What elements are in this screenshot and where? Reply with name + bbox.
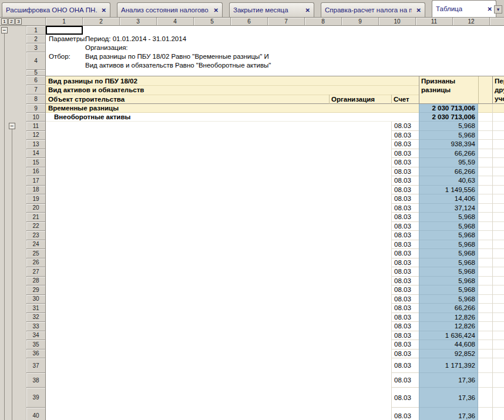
outline-level-button[interactable]: 1 [1, 18, 8, 25]
column-header[interactable]: 3 [120, 18, 157, 26]
row-header[interactable]: 21 [26, 213, 46, 222]
recognized-value-cell[interactable]: 17,36 [419, 388, 478, 408]
row-header[interactable]: 29 [26, 285, 46, 295]
tab[interactable]: Расшифровка ОНО ОНА ПН...✕ [2, 2, 110, 17]
collapse-group-icon[interactable]: − [1, 27, 8, 33]
row-header[interactable]: 7 [26, 85, 46, 95]
account-cell[interactable]: 08.03 [391, 358, 419, 373]
account-cell[interactable]: 08.03 [391, 158, 419, 167]
recognized-value-cell[interactable]: 1 636,424 [419, 331, 478, 341]
account-cell[interactable]: 08.03 [391, 285, 419, 295]
recognized-value-cell[interactable]: 5,968 [419, 213, 478, 222]
account-cell[interactable]: 08.03 [391, 277, 419, 286]
outline-level-button[interactable]: 2 [8, 18, 15, 25]
recognized-value-cell[interactable]: 92,852 [419, 350, 478, 359]
account-cell[interactable]: 08.03 [391, 176, 419, 186]
column-header[interactable] [490, 18, 504, 26]
row-header[interactable]: 19 [26, 194, 46, 204]
account-cell[interactable]: 08.03 [391, 373, 419, 388]
row-header[interactable]: 39 [26, 388, 46, 408]
recognized-value-cell[interactable]: 5,968 [419, 222, 478, 231]
row-header[interactable]: 22 [26, 222, 46, 231]
recognized-value-cell[interactable]: 66,266 [419, 167, 478, 177]
recognized-value-cell[interactable]: 5,968 [419, 231, 478, 240]
row-header[interactable]: 27 [26, 267, 46, 277]
row-header[interactable]: 38 [26, 373, 46, 388]
row-header[interactable]: 16 [26, 167, 46, 177]
column-header[interactable]: 7 [268, 18, 305, 26]
account-cell[interactable]: 08.03 [391, 388, 419, 408]
account-cell[interactable]: 08.03 [391, 213, 419, 222]
column-header[interactable]: 5 [194, 18, 231, 26]
recognized-value-cell[interactable]: 5,968 [419, 240, 478, 250]
tab[interactable]: Закрытие месяца✕ [229, 2, 314, 17]
row-header[interactable]: 23 [26, 231, 46, 240]
recognized-value-cell[interactable]: 5,968 [419, 249, 478, 258]
account-cell[interactable]: 08.03 [391, 408, 419, 420]
account-cell[interactable]: 08.03 [391, 258, 419, 268]
row-header[interactable]: 9 [26, 104, 46, 113]
outline-level-button[interactable]: 3 [15, 18, 22, 25]
row-header[interactable]: 20 [26, 204, 46, 213]
recognized-value-cell[interactable]: 5,968 [419, 295, 478, 304]
recognized-value-cell[interactable]: 17,36 [419, 408, 478, 420]
recognized-value-cell[interactable]: 12,826 [419, 313, 478, 322]
recognized-value-cell[interactable]: 5,968 [419, 267, 478, 277]
account-cell[interactable]: 08.03 [391, 194, 419, 204]
account-cell[interactable]: 08.03 [391, 204, 419, 213]
column-header[interactable]: 11 [416, 18, 453, 26]
row-header[interactable]: 24 [26, 240, 46, 250]
row-header[interactable]: 33 [26, 322, 46, 331]
tab-active[interactable]: Таблица✕ [432, 0, 496, 17]
column-header[interactable]: 12 [453, 18, 490, 26]
account-cell[interactable]: 08.03 [391, 322, 419, 331]
row-header[interactable]: 2 [26, 35, 46, 43]
account-cell[interactable]: 08.03 [391, 122, 419, 131]
row-header[interactable]: 15 [26, 158, 46, 167]
recognized-value-cell[interactable]: 2 030 713,006 [419, 104, 478, 113]
row-header[interactable]: 1 [26, 26, 46, 35]
account-cell[interactable]: 08.03 [391, 240, 419, 250]
recognized-value-cell[interactable]: 5,968 [419, 285, 478, 295]
account-cell[interactable]: 08.03 [391, 331, 419, 341]
account-cell[interactable]: 08.03 [391, 231, 419, 240]
recognized-value-cell[interactable]: 5,968 [419, 131, 478, 140]
row-header[interactable]: 17 [26, 176, 46, 186]
account-cell[interactable]: 08.03 [391, 267, 419, 277]
account-cell[interactable]: 08.03 [391, 222, 419, 231]
row-header[interactable]: 12 [26, 131, 46, 140]
recognized-value-cell[interactable]: 37,124 [419, 204, 478, 213]
row-header[interactable]: 26 [26, 258, 46, 268]
row-header[interactable]: 11 [26, 122, 46, 131]
account-cell[interactable]: 08.03 [391, 295, 419, 304]
recognized-value-cell[interactable]: 14,406 [419, 194, 478, 204]
recognized-value-cell[interactable]: 66,266 [419, 149, 478, 159]
tab-close-icon[interactable]: ✕ [305, 7, 310, 14]
row-header[interactable]: 3 [26, 43, 46, 52]
account-cell[interactable]: 08.03 [391, 149, 419, 159]
column-header[interactable]: 4 [157, 18, 194, 26]
account-cell[interactable]: 08.03 [391, 131, 419, 140]
tab-close-icon[interactable]: ✕ [214, 7, 219, 14]
recognized-value-cell[interactable]: 5,968 [419, 277, 478, 286]
recognized-value-cell[interactable]: 66,266 [419, 304, 478, 313]
row-header[interactable]: 4 [26, 52, 46, 70]
recognized-value-cell[interactable]: 95,59 [419, 158, 478, 167]
account-cell[interactable]: 08.03 [391, 140, 419, 149]
row-header[interactable]: 31 [26, 304, 46, 313]
row-header[interactable]: 13 [26, 140, 46, 149]
column-header[interactable]: 9 [342, 18, 379, 26]
account-cell[interactable]: 08.03 [391, 167, 419, 177]
tab[interactable]: Анализ состояния налогово...✕ [117, 2, 223, 17]
recognized-value-cell[interactable]: 12,826 [419, 322, 478, 331]
tab-close-icon[interactable]: ✕ [416, 7, 421, 14]
row-header[interactable]: 8 [26, 95, 46, 104]
recognized-value-cell[interactable]: 2 030 713,006 [419, 113, 478, 122]
collapse-group-icon[interactable]: − [9, 123, 15, 129]
column-header[interactable]: 6 [231, 18, 268, 26]
column-header[interactable]: 10 [379, 18, 416, 26]
recognized-value-cell[interactable]: 44,608 [419, 340, 478, 350]
recognized-value-cell[interactable]: 5,968 [419, 122, 478, 131]
column-header[interactable]: 2 [83, 18, 120, 26]
selected-cell[interactable] [46, 26, 83, 35]
